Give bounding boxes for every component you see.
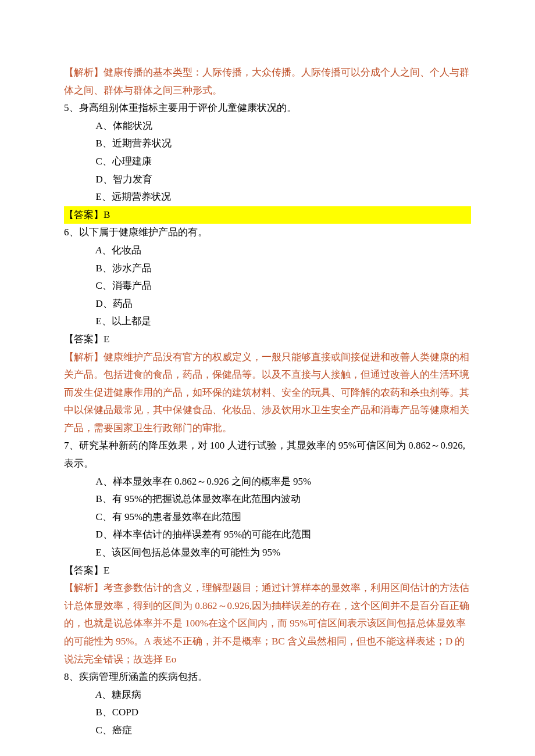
q7-analysis: 【解析】考查参数估计的含义，理解型题目；通过计算样本的显效率，利用区间估计的方法… [64, 579, 471, 668]
q7-option-a: A、样本显效率在 0.862～0.926 之间的概率是 95% [64, 473, 471, 491]
q7-option-d: D、样本率估计的抽样误差有 95%的可能在此范围 [64, 526, 471, 544]
q7-option-c: C、有 95%的患者显效率在此范围 [64, 508, 471, 526]
q8-option-a-prefix: A [95, 689, 101, 700]
q8-stem: 8、疾病管理所涵盖的疾病包括。 [64, 668, 471, 686]
q5-answer-text: 【答案】B [64, 206, 471, 224]
q6-option-a-rest: 、化妆品 [102, 245, 141, 256]
q5-option-b: B、近期营养状况 [64, 135, 471, 153]
q4-analysis: 【解析】健康传播的基本类型：人际传播，大众传播。人际传播可以分成个人之间、个人与… [64, 64, 471, 99]
q5-option-d: D、智力发育 [64, 171, 471, 189]
q8-option-a: A、糖尿病 [64, 686, 471, 704]
q6-option-a: A、化妆品 [64, 242, 471, 260]
q6-option-b: B、涉水产品 [64, 260, 471, 278]
q7-answer: 【答案】E [64, 562, 471, 580]
q6-option-c: C、消毒产品 [64, 277, 471, 295]
q5-stem: 5、身高组别体重指标主要用于评价儿童健康状况的。 [64, 99, 471, 117]
q6-analysis: 【解析】健康维护产品没有官方的权威定义，一般只能够直接或间接促进和改善人类健康的… [64, 349, 471, 438]
q6-answer: 【答案】E [64, 331, 471, 349]
q6-option-d: D、药品 [64, 295, 471, 313]
q5-option-e: E、远期营养状况 [64, 188, 471, 206]
q7-option-b: B、有 95%的把握说总体显效率在此范围内波动 [64, 490, 471, 508]
q6-stem: 6、以下属于健康维护产品的有。 [64, 224, 471, 242]
q8-option-a-rest: 、糖尿病 [102, 689, 141, 700]
q5-option-a: A、体能状况 [64, 117, 471, 135]
q7-stem: 7、研究某种新药的降压效果，对 100 人进行试验，其显效率的 95%可信区间为… [64, 437, 471, 472]
q6-option-e: E、以上都是 [64, 313, 471, 331]
q7-option-e: E、该区间包括总体显效率的可能性为 95% [64, 544, 471, 562]
q5-option-c: C、心理建康 [64, 153, 471, 171]
q6-option-a-prefix: A [95, 245, 101, 256]
q8-option-b: B、COPD [64, 704, 471, 722]
document-page: 【解析】健康传播的基本类型：人际传播，大众传播。人际传播可以分成个人之间、个人与… [0, 0, 535, 756]
q5-answer: 【答案】B [64, 206, 471, 224]
q8-option-c: C、癌症 [64, 722, 471, 740]
